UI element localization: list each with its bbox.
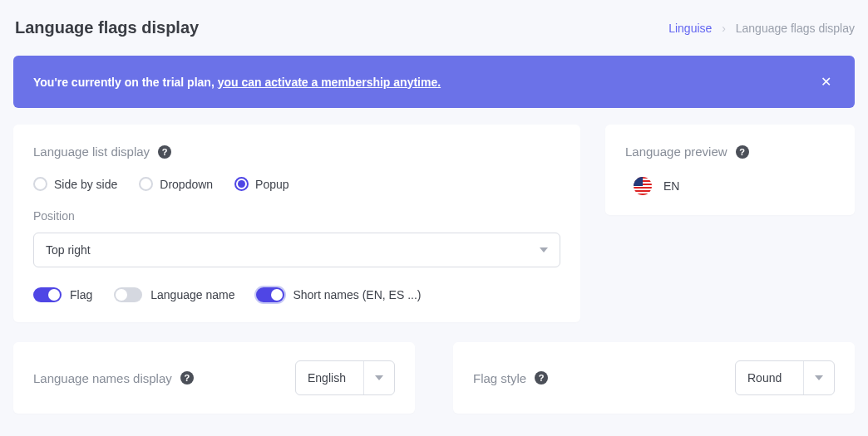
radio-side-by-side[interactable]: Side by side xyxy=(33,177,117,191)
breadcrumb-current: Language flags display xyxy=(736,22,855,35)
activate-membership-link[interactable]: you can activate a membership anytime. xyxy=(218,76,441,89)
preview-language-code: EN xyxy=(663,179,679,193)
toggle-flag[interactable] xyxy=(33,287,62,302)
help-icon[interactable]: ? xyxy=(180,371,194,385)
position-value: Top right xyxy=(46,243,91,257)
toggle-language-name-label: Language name xyxy=(150,288,234,301)
radio-popup[interactable]: Popup xyxy=(234,177,289,191)
breadcrumb-root[interactable]: Linguise xyxy=(668,22,712,35)
flag-style-select[interactable]: Round xyxy=(735,360,835,395)
toggle-language-name[interactable] xyxy=(114,287,142,302)
close-icon[interactable]: ✕ xyxy=(817,71,835,93)
language-names-select[interactable]: English xyxy=(295,360,395,395)
position-label: Position xyxy=(33,209,560,223)
flag-style-value: Round xyxy=(736,361,804,394)
trial-banner: You're currently on the trial plan, you … xyxy=(13,56,855,108)
language-list-display-card: Language list display ? Side by side Dro… xyxy=(13,125,580,322)
banner-message: You're currently on the trial plan, xyxy=(33,76,218,89)
section-title: Flag style xyxy=(473,371,526,385)
radio-label: Dropdown xyxy=(160,178,213,191)
position-select[interactable]: Top right xyxy=(33,233,560,267)
display-mode-radios: Side by side Dropdown Popup xyxy=(33,177,560,191)
radio-label: Popup xyxy=(255,178,289,191)
toggle-flag-label: Flag xyxy=(70,288,92,301)
section-title: Language preview xyxy=(625,145,727,159)
chevron-down-icon xyxy=(815,375,823,380)
us-flag-icon xyxy=(634,177,652,195)
language-names-display-card: Language names display ? English xyxy=(13,342,415,414)
radio-label: Side by side xyxy=(54,178,117,191)
language-names-value: English xyxy=(296,361,364,394)
page-title: Language flags display xyxy=(15,18,199,37)
help-icon[interactable]: ? xyxy=(535,371,548,385)
chevron-down-icon xyxy=(375,375,383,380)
section-title: Language list display xyxy=(33,145,150,159)
breadcrumb: Linguise › Language flags display xyxy=(668,22,855,35)
chevron-right-icon: › xyxy=(722,22,726,35)
help-icon[interactable]: ? xyxy=(736,145,749,159)
help-icon[interactable]: ? xyxy=(158,145,171,159)
radio-dropdown[interactable]: Dropdown xyxy=(139,177,213,191)
language-preview-card: Language preview ? EN xyxy=(605,125,855,215)
toggle-short-names[interactable] xyxy=(256,287,284,302)
chevron-down-icon xyxy=(540,247,548,252)
section-title: Language names display xyxy=(33,371,172,385)
toggle-short-names-label: Short names (EN, ES ...) xyxy=(293,288,421,301)
flag-style-card: Flag style ? Round xyxy=(453,342,855,414)
